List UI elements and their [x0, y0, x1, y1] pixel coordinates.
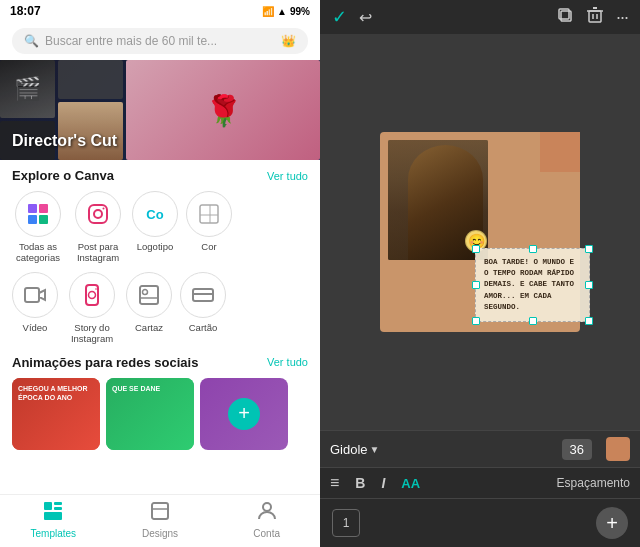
templates-label: Templates [31, 528, 77, 539]
animation-card-1[interactable]: CHEGOU A MELHOR ÉPOCA DO ANO [12, 378, 100, 450]
editor-toolbar: ✓ ↩ ··· [320, 0, 640, 34]
more-options-button[interactable]: ··· [616, 7, 628, 28]
confirm-button[interactable]: ✓ [332, 6, 347, 28]
crown-icon: 👑 [281, 34, 296, 48]
category-item-story[interactable]: Story do Instagram [66, 272, 118, 345]
font-name: Gidole [330, 442, 368, 457]
svg-point-25 [263, 503, 271, 511]
animation-text-1: CHEGOU A MELHOR ÉPOCA DO ANO [18, 384, 94, 402]
story-icon [69, 272, 115, 318]
logo-icon: Co [132, 191, 178, 237]
category-4-label: Cor [201, 241, 216, 252]
animations-ver-tudo[interactable]: Ver tudo [267, 356, 308, 368]
handle-mid-right[interactable] [585, 281, 593, 289]
font-selector[interactable]: Gidole ▼ [330, 442, 379, 457]
svg-point-5 [94, 210, 102, 218]
font-size-input[interactable]: 36 [562, 439, 592, 460]
svg-marker-11 [39, 290, 45, 300]
hero-banner[interactable]: 🎬 🌹 Director's Cut [0, 60, 320, 160]
card-label: Cartão [189, 322, 218, 333]
handle-bottom-mid[interactable] [529, 317, 537, 325]
time-display: 18:07 [10, 4, 41, 18]
animation-text-2: QUE SE DANE [112, 384, 188, 393]
svg-rect-7 [200, 205, 218, 223]
text-content: BOA TARDE! O MUNDO E O TEMPO RODAM RÁPID… [484, 257, 581, 313]
toolbar-left: ✓ ↩ [332, 6, 372, 28]
nav-account[interactable]: Conta [213, 501, 320, 539]
category-item-4[interactable]: Cor [186, 191, 232, 264]
font-toolbar: Gidole ▼ 36 [320, 430, 640, 467]
svg-rect-28 [589, 11, 601, 22]
align-icon[interactable]: ≡ [330, 474, 339, 492]
nav-templates[interactable]: Templates [0, 501, 107, 539]
svg-point-14 [95, 288, 97, 290]
svg-rect-10 [25, 288, 39, 302]
templates-icon [43, 501, 63, 526]
video-icon [12, 272, 58, 318]
handle-top-right[interactable] [585, 245, 593, 253]
category-item-all[interactable]: Todas as categorias [12, 191, 64, 264]
svg-rect-2 [28, 215, 37, 224]
poster-icon [126, 272, 172, 318]
handle-mid-left[interactable] [472, 281, 480, 289]
category-item-instagram[interactable]: Post para Instagram [72, 191, 124, 264]
card-icon [180, 272, 226, 318]
color-picker[interactable] [606, 437, 630, 461]
categories-row-2: Vídeo Story do Instagram Cartaz Cartão [0, 272, 320, 351]
bold-button[interactable]: B [355, 475, 365, 491]
story-label: Story do Instagram [66, 322, 118, 345]
add-page-button[interactable]: + [596, 507, 628, 539]
svg-point-17 [143, 289, 148, 294]
animations-section-header: Animações para redes sociais Ver tudo [0, 351, 320, 374]
signal-icon: 📶 [262, 6, 274, 17]
search-input-container[interactable]: 🔍 Buscar entre mais de 60 mil te... 👑 [12, 28, 308, 54]
handle-bottom-right[interactable] [585, 317, 593, 325]
animation-card-2[interactable]: QUE SE DANE [106, 378, 194, 450]
design-card: 😊 BOA TARDE! O MUNDO E O TEMPO RODAM RÁP… [380, 132, 580, 332]
category-item-logo[interactable]: Co Logotipo [132, 191, 178, 264]
category-item-card[interactable]: Cartão [180, 272, 226, 345]
toolbar-right: ··· [556, 6, 628, 28]
designs-label: Designs [142, 528, 178, 539]
account-icon [257, 501, 277, 526]
right-panel: ✓ ↩ ··· 😊 [320, 0, 640, 547]
handle-top-mid[interactable] [529, 245, 537, 253]
category-item-video[interactable]: Vídeo [12, 272, 58, 345]
spacing-button[interactable]: Espaçamento [557, 476, 630, 490]
handle-top-left[interactable] [472, 245, 480, 253]
add-animation-icon[interactable]: + [228, 398, 260, 430]
svg-rect-4 [89, 205, 107, 223]
aa-button[interactable]: AA [401, 476, 420, 491]
hero-title: Director's Cut [12, 132, 117, 150]
all-categories-label: Todas as categorias [12, 241, 64, 264]
all-categories-icon [15, 191, 61, 237]
designs-icon [150, 501, 170, 526]
status-icons: 📶 ▲ 99% [262, 6, 310, 17]
animations-row: CHEGOU A MELHOR ÉPOCA DO ANO QUE SE DANE… [0, 374, 320, 494]
italic-button[interactable]: I [381, 475, 385, 491]
category-item-poster[interactable]: Cartaz [126, 272, 172, 345]
nav-designs[interactable]: Designs [107, 501, 214, 539]
explore-ver-tudo[interactable]: Ver tudo [267, 170, 308, 182]
video-label: Vídeo [23, 322, 48, 333]
svg-point-6 [103, 208, 105, 210]
text-element[interactable]: BOA TARDE! O MUNDO E O TEMPO RODAM RÁPID… [475, 248, 590, 322]
delete-button[interactable] [586, 6, 604, 28]
search-placeholder: Buscar entre mais de 60 mil te... [45, 34, 217, 48]
instagram-label: Post para Instagram [72, 241, 124, 264]
canvas-area[interactable]: 😊 BOA TARDE! O MUNDO E O TEMPO RODAM RÁP… [320, 34, 640, 430]
left-panel: 18:07 📶 ▲ 99% 🔍 Buscar entre mais de 60 … [0, 0, 320, 547]
corner-accent [540, 132, 580, 172]
copy-button[interactable] [556, 6, 574, 28]
account-label: Conta [253, 528, 280, 539]
explore-title: Explore o Canva [12, 168, 114, 183]
svg-rect-23 [44, 512, 62, 520]
font-dropdown-chevron: ▼ [370, 444, 380, 455]
handle-bottom-left[interactable] [472, 317, 480, 325]
page-number[interactable]: 1 [332, 509, 360, 537]
explore-section-header: Explore o Canva Ver tudo [0, 160, 320, 187]
undo-button[interactable]: ↩ [359, 8, 372, 27]
svg-rect-24 [152, 503, 168, 519]
svg-rect-21 [54, 502, 62, 505]
animation-card-3[interactable]: + [200, 378, 288, 450]
